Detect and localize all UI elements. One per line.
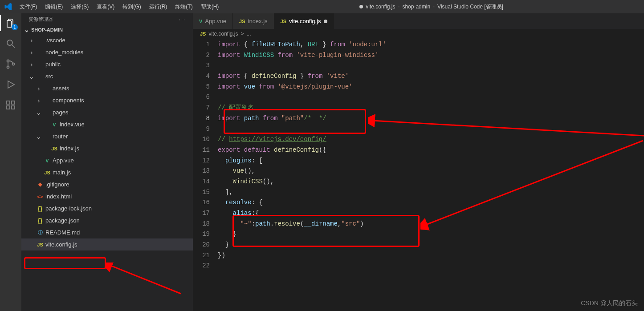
tree-file[interactable]: VApp.vue [21,154,193,166]
code-editor[interactable]: 12345678910111213141516171819202122 impo… [193,39,644,311]
tree-file[interactable]: Vindex.vue [21,118,193,130]
explorer-icon[interactable]: 1 [4,17,17,29]
dirty-dot-icon [324,20,327,23]
code-line[interactable]: alias:{ [218,208,644,219]
tree-file[interactable]: JSvite.config.js [21,238,193,250]
tree-folder[interactable]: .vscode [21,34,193,46]
code-line[interactable]: } [218,240,644,250]
tree-label: public [45,61,61,68]
code-line[interactable]: } [218,229,644,240]
code-line[interactable]: import { fileURLToPath, URL } from 'node… [218,40,644,50]
breadcrumb-file: vite.config.js [208,31,238,37]
code-line[interactable]: import { defineConfig } from 'vite' [218,71,644,82]
tree-file[interactable]: ◆.gitignore [21,178,193,190]
extensions-icon[interactable] [4,99,17,111]
tab-label: App.vue [205,18,226,24]
js-icon: JS [239,19,245,24]
code-line[interactable]: vue(), [218,166,644,177]
line-number: 14 [193,177,210,187]
code-line[interactable]: ], [218,187,644,198]
line-number: 8 [193,113,210,124]
code-line[interactable]: // https://vitejs.dev/config/ [218,134,644,145]
tree-label: package-lock.json [45,205,92,212]
svg-point-0 [7,40,12,45]
menu-item[interactable]: 终端(T) [171,1,196,12]
folder-title-row[interactable]: SHOP-ADMIN [21,25,193,34]
tree-label: node_modules [45,49,83,56]
menu-item[interactable]: 文件(F) [16,1,41,12]
code-line[interactable] [218,61,644,71]
code-line[interactable]: import vue from '@vitejs/plugin-vue' [218,82,644,93]
line-number: 19 [193,229,210,240]
explorer-badge: 1 [12,24,18,30]
tree-folder[interactable]: assets [21,82,193,94]
tree-folder[interactable]: src [21,70,193,82]
tree-label: .vscode [45,37,65,44]
tree-folder[interactable]: components [21,94,193,106]
tree-label: README.md [45,229,80,236]
breadcrumb-sep: > [241,31,244,37]
chevron-right-icon [29,61,35,68]
source-control-icon[interactable] [4,58,17,70]
tab-label: index.js [248,18,268,24]
search-icon[interactable] [4,37,17,50]
vscode-logo-icon [4,2,12,11]
tree-file[interactable]: JSindex.js [21,142,193,154]
tree-label: main.js [53,169,71,176]
chevron-right-icon [29,37,35,44]
tree-label: index.js [60,145,79,152]
vue-icon: V [53,122,56,127]
code-line[interactable] [218,124,644,135]
code-line[interactable]: plugins: [ [218,156,644,166]
code-content[interactable]: import { fileURLToPath, URL } from 'node… [218,39,644,311]
line-number: 6 [193,92,210,103]
tree-folder[interactable]: public [21,58,193,70]
menu-item[interactable]: 运行(R) [146,1,171,12]
code-line[interactable]: WindiCSS(), [218,177,644,187]
window-title: vite.config.js - shop-admin - Visual Stu… [222,3,640,11]
editor-tab[interactable]: VApp.vue [193,13,233,29]
html-icon: <> [37,194,43,199]
menu-item[interactable]: 编辑(E) [41,1,66,12]
vue-icon: V [199,19,202,24]
git-icon: ◆ [38,182,42,187]
svg-line-1 [12,45,15,48]
line-number: 1 [193,40,210,50]
menu-item[interactable]: 查看(V) [93,1,118,12]
tree-file[interactable]: {}package.json [21,214,193,226]
code-line[interactable]: }) [218,250,644,261]
svg-rect-7 [12,106,15,109]
tree-folder[interactable]: router [21,130,193,142]
tree-file[interactable]: <>index.html [21,190,193,202]
code-line[interactable]: import WindiCSS from 'vite-plugin-windic… [218,50,644,61]
editor-tab[interactable]: JSindex.js [233,13,274,29]
tree-label: router [53,133,68,140]
tree-label: assets [53,85,69,92]
sidebar-more-icon[interactable]: ··· [179,17,186,22]
line-number: 7 [193,103,210,113]
menu-item[interactable]: 帮助(H) [197,1,223,12]
code-line[interactable]: // 配置别名 [218,103,644,113]
tree-file[interactable]: {}package-lock.json [21,202,193,214]
tree-file[interactable]: ⓘREADME.md [21,226,193,238]
code-line[interactable] [218,92,644,103]
code-line[interactable] [218,261,644,271]
tree-label: .gitignore [45,181,69,188]
code-line[interactable]: import path from "path"/* */ [218,113,644,124]
chevron-down-icon [36,133,42,140]
code-line[interactable]: resolve: { [218,198,644,208]
breadcrumb-rest: ... [247,31,251,37]
code-line[interactable]: export default defineConfig({ [218,145,644,156]
tree-file[interactable]: JSmain.js [21,166,193,178]
file-tree: .vscodenode_modulespublicsrcassetscompon… [21,34,193,250]
editor-tab[interactable]: JSvite.config.js [274,13,334,29]
line-number: 21 [193,250,210,261]
menu-item[interactable]: 转到(G) [119,1,144,12]
run-debug-icon[interactable] [4,78,17,91]
title-bar: 文件(F)编辑(E)选择(S)查看(V)转到(G)运行(R)终端(T)帮助(H)… [0,0,644,13]
code-line[interactable]: "~":path.resolve(__dirname,"src") [218,219,644,230]
breadcrumbs[interactable]: JS vite.config.js > ... [193,29,644,39]
tree-folder[interactable]: node_modules [21,46,193,58]
tree-folder[interactable]: pages [21,106,193,118]
menu-item[interactable]: 选择(S) [67,1,92,12]
